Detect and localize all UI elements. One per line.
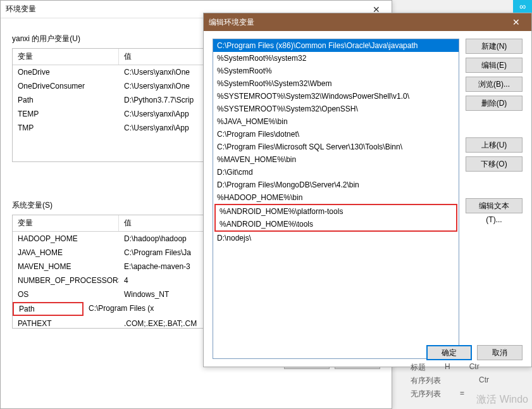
side-panel: 标题HCtr 有序列表Ctr 无序列表= (405, 361, 532, 401)
delete-button[interactable]: 删除(D) (466, 96, 523, 111)
var-name: PATHEXT (13, 318, 119, 329)
edit-button[interactable]: 编辑(E) (466, 58, 523, 73)
var-name: JAVA_HOME (13, 247, 119, 258)
var-name: Path (13, 302, 84, 316)
var-name: OS (13, 289, 119, 300)
list-item[interactable]: D:\Program Files\MongoDB\Server\4.2\bin (213, 179, 459, 191)
path-entries-list[interactable]: C:\Program Files (x86)\Common Files\Orac… (213, 39, 459, 359)
list-item[interactable]: D:\Git\cmd (213, 166, 459, 179)
list-item[interactable]: %SystemRoot% (213, 65, 459, 77)
var-name: HADOOP_HOME (13, 233, 119, 244)
list-item[interactable]: C:\Program Files\Microsoft SQL Server\13… (213, 141, 459, 153)
close-icon[interactable]: ✕ (506, 17, 526, 27)
var-name: MAVEN_HOME (13, 261, 119, 272)
list-item[interactable]: C:\Program Files\dotnet\ (213, 128, 459, 141)
edit-title: 编辑环境变量 (209, 17, 506, 28)
list-item[interactable]: %ANDROID_HOME%\tools (216, 218, 456, 230)
list-item[interactable]: %SystemRoot%\system32 (213, 52, 459, 65)
col-header-var: 变量 (13, 49, 119, 65)
edit-text-button[interactable]: 编辑文本(T)... (466, 198, 523, 213)
move-down-button[interactable]: 下移(O) (466, 156, 523, 172)
list-item[interactable]: %ANDROID_HOME%\platform-tools (216, 205, 456, 218)
move-up-button[interactable]: 上移(U) (466, 137, 523, 153)
list-item[interactable]: %MAVEN_HOME%\bin (213, 153, 459, 166)
var-name: Path (13, 94, 119, 106)
edit-titlebar: 编辑环境变量 ✕ (204, 13, 531, 31)
list-item[interactable]: D:\nodejs\ (213, 232, 459, 244)
var-name: OneDrive (13, 66, 119, 78)
var-name: OneDriveConsumer (13, 80, 119, 92)
list-item[interactable]: %JAVA_HOME%\bin (213, 115, 459, 128)
new-button[interactable]: 新建(N) (466, 39, 523, 54)
edit-env-variable-window: 编辑环境变量 ✕ C:\Program Files (x86)\Common F… (203, 13, 532, 367)
edit-ok-button[interactable]: 确定 (426, 345, 472, 360)
list-item[interactable]: C:\Program Files (x86)\Common Files\Orac… (213, 39, 459, 52)
var-name: NUMBER_OF_PROCESSORS (13, 275, 119, 286)
highlight-box: %ANDROID_HOME%\platform-tools%ANDROID_HO… (214, 204, 457, 232)
list-item[interactable]: %HADOOP_HOME%\bin (213, 191, 459, 204)
browse-button[interactable]: 浏览(B)... (466, 77, 523, 92)
list-item[interactable]: %SYSTEMROOT%\System32\WindowsPowerShell\… (213, 90, 459, 103)
list-item[interactable]: %SystemRoot%\System32\Wbem (213, 77, 459, 90)
var-name: TMP (13, 122, 119, 134)
blue-tab-icon: ∞ (513, 0, 532, 13)
list-item[interactable]: %SYSTEMROOT%\System32\OpenSSH\ (213, 103, 459, 115)
edit-cancel-button[interactable]: 取消 (477, 345, 523, 360)
var-name: TEMP (13, 108, 119, 120)
col-header-var: 变量 (13, 215, 119, 231)
